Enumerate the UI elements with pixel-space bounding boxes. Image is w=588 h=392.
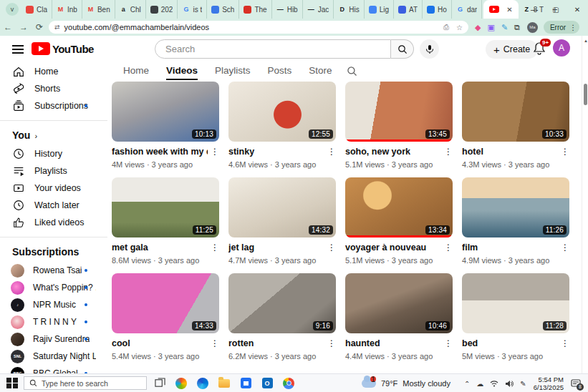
create-button[interactable]: + Create (486, 40, 538, 59)
volume-icon[interactable] (505, 380, 514, 388)
sidebar-item-watch-later[interactable]: Watch later (0, 197, 107, 214)
video-card[interactable]: 12:55 stinky ⋮ 4.6M views · 3 years ago (228, 82, 336, 169)
file-explorer-icon[interactable] (216, 375, 233, 392)
browser-profile-avatar[interactable]: Ma (527, 22, 538, 33)
onedrive-icon[interactable]: ☁ (476, 380, 483, 388)
video-menu-icon[interactable]: ⋮ (561, 242, 569, 253)
browser-tab[interactable]: D His (334, 0, 364, 19)
video-thumbnail[interactable]: 10:33 (462, 82, 569, 142)
video-menu-icon[interactable]: ⋮ (211, 147, 219, 157)
video-menu-icon[interactable]: ⋮ (327, 147, 336, 157)
video-title[interactable]: film (462, 242, 558, 253)
browser-tab[interactable]: Sch (207, 0, 239, 19)
sidebar-item-your-videos[interactable]: Your videos (0, 180, 107, 197)
video-card[interactable]: 13:45 soho, new york ⋮ 5.1M views · 3 ye… (345, 82, 453, 169)
task-view-icon[interactable] (151, 375, 168, 392)
maximize-button[interactable]: ▢ (545, 6, 567, 14)
reload-icon[interactable]: ⟳ (32, 22, 47, 32)
browser-status-pill[interactable]: Error ⋮ (544, 21, 579, 34)
channel-tab[interactable]: Home (115, 63, 158, 82)
video-title[interactable]: soho, new york (345, 147, 441, 157)
browser-tab[interactable]: — Hib (272, 0, 303, 19)
hidden-icons-chevron[interactable]: ⌃ (464, 380, 470, 388)
extension-pencil-icon[interactable]: ✎ (501, 23, 508, 32)
channel-tab[interactable]: Posts (259, 63, 301, 82)
video-card[interactable]: 11:28 bed ⋮ 5M views · 3 years ago (462, 273, 569, 361)
copilot-icon[interactable] (173, 375, 190, 392)
video-menu-icon[interactable]: ⋮ (327, 338, 336, 348)
video-menu-icon[interactable]: ⋮ (561, 338, 569, 348)
browser-tab[interactable]: Cla (21, 0, 52, 19)
browser-tab[interactable]: M Ben (82, 0, 115, 19)
video-title[interactable]: rotten (228, 338, 324, 349)
channel-tab[interactable]: Videos (158, 63, 206, 82)
video-menu-icon[interactable]: ⋮ (444, 147, 453, 157)
video-card[interactable]: 14:32 jet lag ⋮ 4.7M views · 3 years ago (228, 177, 336, 265)
bookmark-star-icon[interactable]: ☆ (456, 24, 463, 31)
video-thumbnail[interactable]: 14:32 (228, 177, 336, 237)
video-title[interactable]: hotel (462, 147, 558, 157)
browser-tab[interactable]: The (239, 0, 271, 19)
search-input[interactable]: Search (155, 39, 391, 59)
scrollbar-up-arrow[interactable]: ▲ (584, 39, 588, 43)
video-card[interactable]: 10:46 haunted ⋮ 4.4M views · 3 years ago (345, 273, 453, 361)
action-center-button[interactable]: 8 (571, 379, 581, 388)
video-card[interactable]: 10:33 hotel ⋮ 4.3M views · 3 years ago (462, 82, 569, 169)
taskbar-search-input[interactable]: Type here to search (24, 376, 147, 390)
browser-tab[interactable]: G is t (178, 0, 207, 19)
channel-tab[interactable]: Store (300, 63, 340, 82)
video-thumbnail[interactable]: 13:34 (345, 177, 453, 237)
video-title[interactable]: voyager à nouveau (345, 242, 441, 253)
url-text[interactable]: youtube.com/@emmachamberlain/videos (64, 23, 436, 31)
browser-tab[interactable]: — Jac (303, 0, 334, 19)
video-thumbnail[interactable]: 9:16 (228, 273, 336, 333)
browser-tab[interactable]: AT (394, 0, 423, 19)
subscription-channel[interactable]: What's Poppin? ... (0, 279, 107, 296)
sidebar-item-playlists[interactable]: Playlists (0, 162, 107, 180)
account-avatar[interactable]: A (553, 39, 570, 57)
video-menu-icon[interactable]: ⋮ (211, 338, 219, 348)
video-thumbnail[interactable]: 10:13 (112, 82, 219, 142)
sidebar-item-shorts[interactable]: Shorts (0, 80, 107, 97)
video-menu-icon[interactable]: ⋮ (444, 338, 453, 348)
minimize-button[interactable]: — (524, 6, 545, 14)
browser-tab[interactable]: Lig (365, 0, 394, 19)
pen-icon[interactable]: ✎ (520, 380, 526, 388)
sidebar-you-header[interactable]: You› (0, 127, 107, 145)
video-thumbnail[interactable]: 11:28 (462, 273, 569, 333)
sidebar-item-subscriptions[interactable]: Subscriptions (0, 97, 107, 114)
edge-icon[interactable] (194, 375, 211, 392)
video-title[interactable]: jet lag (228, 242, 324, 253)
channel-tab[interactable]: Playlists (206, 63, 259, 82)
channel-search-button[interactable] (347, 66, 357, 77)
video-thumbnail[interactable]: 14:33 (112, 273, 219, 333)
chrome-icon[interactable] (280, 375, 297, 392)
back-icon[interactable]: ← (0, 22, 16, 32)
video-thumbnail[interactable]: 10:46 (345, 273, 453, 333)
browser-menu-icon[interactable]: ⋮ (569, 24, 577, 31)
sidebar-item-liked-videos[interactable]: Liked videos (0, 214, 107, 231)
video-menu-icon[interactable]: ⋮ (561, 147, 569, 157)
browser-tab[interactable]: M Inb (52, 0, 82, 19)
tab-close-icon[interactable]: ✕ (506, 6, 512, 14)
subscription-channel[interactable]: Rowena Tsai (0, 262, 107, 279)
send-to-device-icon[interactable]: ⎙ (443, 23, 449, 31)
notifications-button[interactable]: 9+ (533, 41, 549, 57)
extensions-menu-icon[interactable]: ⧉ (514, 23, 520, 32)
video-thumbnail[interactable]: 13:45 (345, 82, 453, 142)
subscription-channel[interactable]: T R I N N Y (0, 313, 107, 330)
video-title[interactable]: haunted (345, 338, 441, 349)
page-scrollbar[interactable]: ▲ (582, 36, 588, 373)
video-title[interactable]: stinky (228, 147, 324, 157)
extension-purple-icon[interactable]: ▣ (487, 23, 494, 32)
video-thumbnail[interactable]: 11:26 (462, 177, 569, 237)
subscription-channel[interactable]: BBC BBC Global (0, 365, 107, 373)
video-title[interactable]: bed (462, 338, 558, 349)
youtube-logo[interactable]: YouTube (32, 42, 94, 55)
store-icon[interactable] (237, 375, 254, 392)
sidebar-item-history[interactable]: History (0, 145, 107, 162)
outlook-icon[interactable]: O (259, 375, 276, 392)
video-title[interactable]: cool (112, 338, 208, 349)
subscription-channel[interactable]: SNL Saturday Night Live (0, 348, 107, 365)
browser-tab[interactable]: a Chl (115, 0, 146, 19)
